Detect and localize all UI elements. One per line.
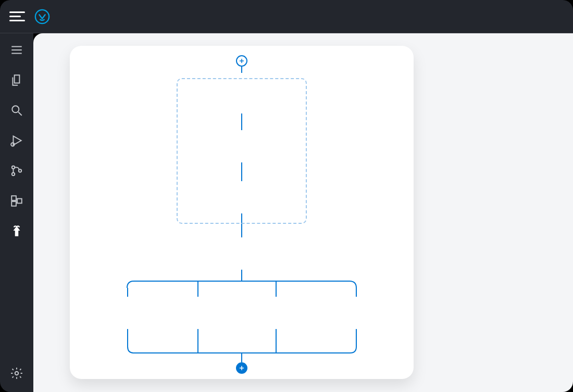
svg-point-6 bbox=[11, 143, 15, 146]
svg-line-5 bbox=[18, 112, 22, 116]
mulesoft-logo-icon bbox=[34, 9, 50, 24]
explorer-icon[interactable] bbox=[9, 73, 24, 87]
properties-panel-placeholder bbox=[417, 33, 573, 392]
svg-point-0 bbox=[35, 9, 49, 23]
svg-point-7 bbox=[12, 166, 15, 169]
svg-point-13 bbox=[15, 372, 19, 375]
extensions-icon[interactable] bbox=[9, 194, 24, 208]
flow-canvas[interactable] bbox=[70, 46, 414, 379]
svg-point-9 bbox=[19, 169, 21, 172]
svg-point-4 bbox=[12, 106, 19, 112]
add-node-merge-button[interactable] bbox=[236, 362, 247, 374]
svg-rect-10 bbox=[11, 196, 16, 200]
svg-rect-12 bbox=[17, 199, 22, 204]
scope-container[interactable] bbox=[177, 78, 307, 224]
search-icon[interactable] bbox=[9, 103, 24, 118]
add-node-top-button[interactable] bbox=[236, 55, 247, 67]
settings-icon[interactable] bbox=[9, 366, 24, 381]
source-control-icon[interactable] bbox=[9, 163, 24, 178]
svg-rect-11 bbox=[11, 201, 16, 206]
menu-icon[interactable] bbox=[9, 43, 24, 57]
mulesoft-nav-icon[interactable] bbox=[9, 224, 24, 238]
svg-point-8 bbox=[12, 173, 15, 175]
run-debug-icon[interactable] bbox=[9, 133, 24, 148]
hamburger-menu-button[interactable] bbox=[9, 6, 30, 27]
